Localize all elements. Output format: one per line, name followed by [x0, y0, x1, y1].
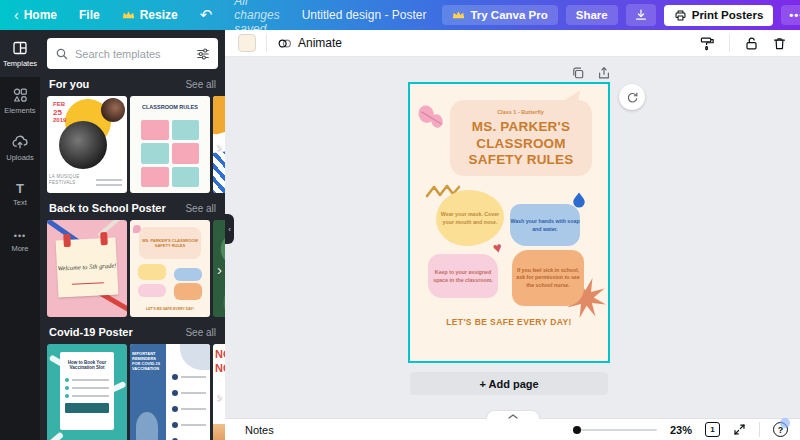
panel-collapse-tab[interactable]: ‹ [225, 214, 234, 244]
rule-card-wash[interactable]: Wash your hands with soap and water. [510, 204, 580, 246]
search-box[interactable] [47, 38, 218, 69]
toolbar-separator [266, 34, 267, 52]
person-graphic [136, 412, 158, 440]
see-all-link[interactable]: See all [185, 203, 216, 215]
see-all-link[interactable]: See all [185, 327, 216, 339]
notification-dot [780, 418, 790, 428]
bottom-panel-pull-tab[interactable] [486, 410, 540, 419]
trash-icon[interactable] [772, 36, 787, 51]
rule-cell [141, 143, 169, 163]
resize-label: Resize [140, 8, 178, 22]
zoom-level[interactable]: 23% [670, 424, 692, 436]
photo-circle-graphic [101, 98, 125, 122]
vaccine-title: How to Book Your Vaccination Slot [64, 359, 110, 370]
template-thumb-parker-mini[interactable]: MS. PARKER'S CLASSROOM SAFETY RULES LET'… [130, 220, 210, 317]
crown-icon [122, 10, 135, 20]
home-button[interactable]: ‹ Home [14, 7, 57, 23]
mini-bubble: MS. PARKER'S CLASSROOM SAFETY RULES [139, 227, 201, 259]
add-page-button[interactable]: + Add page [410, 372, 608, 395]
list-row [65, 386, 109, 390]
poster-page[interactable]: Class 1 - Butterfly MS. PARKER'S CLASSRO… [410, 84, 608, 361]
more-options-button[interactable]: ••• [781, 5, 800, 25]
illustration-blob [180, 344, 210, 370]
filter-icon[interactable] [196, 47, 210, 61]
zoom-slider[interactable] [573, 429, 657, 431]
page-count-button[interactable]: 1 [705, 422, 720, 437]
text-line [181, 408, 206, 410]
section-header-for-you: For you See all [49, 78, 216, 91]
print-posters-button[interactable]: Print Posters [664, 5, 774, 26]
text-tool-icon: T [16, 182, 24, 195]
text-line [181, 376, 206, 378]
rail-label: Text [13, 198, 27, 207]
rule-card-space[interactable]: Keep to your assigned space in the class… [428, 254, 498, 298]
chevron-up-icon [508, 414, 518, 419]
share-button[interactable]: Share [566, 5, 618, 25]
sidebar-item-more[interactable]: ••• More [0, 218, 40, 265]
style-shuffle-button[interactable] [619, 84, 645, 110]
notes-button[interactable]: Notes [245, 424, 274, 436]
bottom-bar-right: 23% 1 ? [573, 422, 788, 437]
see-all-link[interactable]: See all [185, 79, 216, 91]
uploads-icon [12, 134, 28, 150]
try-canva-pro-button[interactable]: Try Canva Pro [442, 5, 557, 25]
animate-icon [277, 36, 292, 51]
mini-card-blue [174, 268, 202, 281]
date-day: 25 [53, 108, 66, 117]
title-speech-bubble[interactable]: Class 1 - Butterfly MS. PARKER'S CLASSRO… [450, 100, 592, 176]
search-input[interactable] [75, 48, 190, 60]
text-line [181, 392, 206, 394]
page-actions [571, 66, 611, 80]
lock-icon[interactable] [744, 36, 759, 51]
download-button[interactable] [626, 4, 656, 26]
date-year: 2019 [53, 117, 66, 124]
file-menu[interactable]: File [79, 8, 100, 22]
text-line [96, 179, 122, 181]
zoom-slider-handle[interactable] [573, 426, 581, 434]
printer-icon [674, 9, 687, 22]
no-line: NO [215, 362, 225, 376]
row-next-chevron[interactable]: › [217, 387, 222, 404]
fullscreen-icon[interactable] [733, 423, 746, 436]
rule-card-sick[interactable]: If you feel sick in school, ask for perm… [512, 250, 584, 306]
note-text: Welcome to 5th grade! [57, 262, 117, 273]
background-color-swatch[interactable] [238, 34, 256, 52]
template-thumb-welcome[interactable]: Welcome to 5th grade! [47, 220, 127, 317]
template-thumb-musique[interactable]: FEB 25 2019 LA MUSIQUE FESTIVALS [47, 96, 127, 193]
rail-label: Uploads [6, 153, 34, 162]
row-next-chevron[interactable]: › [217, 136, 222, 153]
duplicate-page-icon[interactable] [571, 66, 585, 80]
sidebar-item-uploads[interactable]: Uploads [0, 124, 40, 171]
paint-roller-icon[interactable] [700, 36, 715, 51]
text-line [72, 395, 109, 397]
mini-card-yellow [138, 264, 166, 280]
row-next-chevron[interactable]: › [217, 260, 222, 277]
reminders-title-wrap: IMPORTANT REMINDERS FOR COVID-19 VACCINA… [132, 349, 164, 375]
resize-button[interactable]: Resize [122, 8, 178, 22]
crown-icon [452, 10, 465, 20]
numbered-row [172, 374, 206, 380]
number-dot [172, 390, 178, 396]
rule-text: Keep to your assigned space in the class… [428, 268, 498, 283]
sidebar-item-text[interactable]: T Text [0, 171, 40, 218]
no-text: NO NO [215, 348, 225, 376]
mini-footer: LET'S BE SAFE EVERY DAY! [130, 307, 210, 312]
help-button[interactable]: ? [773, 422, 788, 437]
rule-card-mask[interactable]: Wear your mask. Cover your mouth and nos… [436, 190, 504, 246]
poster-footer[interactable]: LET'S BE SAFE EVERY DAY! [410, 317, 608, 327]
text-line [96, 184, 122, 186]
share-label: Share [576, 9, 608, 21]
design-title[interactable]: Untitled design - Poster [302, 8, 427, 22]
animate-button[interactable]: Animate [277, 36, 342, 51]
undo-button[interactable]: ↶ [200, 6, 213, 24]
page-number: 1 [710, 425, 714, 434]
template-thumb-classroom-rules[interactable]: CLASSROOM RULES [130, 96, 210, 193]
export-page-icon[interactable] [597, 66, 611, 80]
sidebar-item-templates[interactable]: Templates [0, 30, 40, 77]
template-thumb-reminders[interactable]: IMPORTANT REMINDERS FOR COVID-19 VACCINA… [130, 344, 210, 440]
sidebar-item-elements[interactable]: Elements [0, 77, 40, 124]
template-thumb-vaccination[interactable]: How to Book Your Vaccination Slot [47, 344, 127, 440]
mini-title: MS. PARKER'S CLASSROOM SAFETY RULES [139, 238, 201, 248]
rail-label: More [11, 244, 28, 253]
print-label: Print Posters [692, 9, 764, 21]
